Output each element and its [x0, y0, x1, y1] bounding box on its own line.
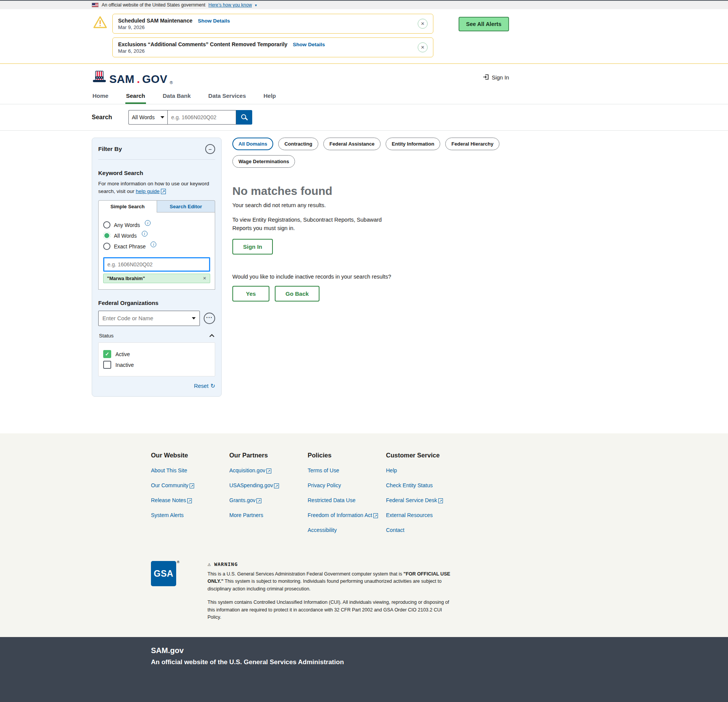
- domain-pill-federal-assistance[interactable]: Federal Assistance: [323, 138, 381, 150]
- any-words-label: Any Words: [114, 222, 140, 228]
- active-checkbox-row[interactable]: ✓ Active: [103, 350, 210, 358]
- footer-link-foia[interactable]: Freedom of Information Act↗: [308, 512, 386, 518]
- help-guide-link[interactable]: help guide: [136, 188, 159, 194]
- reset-filters-link[interactable]: Reset↻: [194, 383, 215, 389]
- footer-link-usaspending-gov[interactable]: USASpending.gov↗: [229, 482, 308, 488]
- header-sign-in[interactable]: Sign In: [483, 74, 509, 81]
- federal-organizations-select[interactable]: Enter Code or Name: [98, 311, 200, 326]
- footer-col-our-partners: Our Partners Acquisition.gov↗ USASpendin…: [229, 452, 308, 542]
- info-icon[interactable]: i: [142, 231, 148, 237]
- footer-site-subtitle: An official website of the U.S. General …: [151, 658, 728, 666]
- status-section-toggle[interactable]: Status: [98, 333, 215, 339]
- alert-show-details-link[interactable]: Show Details: [198, 18, 230, 24]
- footer-link-privacy-policy[interactable]: Privacy Policy: [308, 482, 386, 488]
- nav-item-search[interactable]: Search: [125, 89, 146, 104]
- top-search-input[interactable]: [167, 110, 236, 125]
- nav-item-home[interactable]: Home: [92, 89, 109, 104]
- go-back-button[interactable]: Go Back: [275, 286, 319, 302]
- inactive-checkbox-row[interactable]: Inactive: [103, 361, 210, 369]
- see-all-alerts-button[interactable]: See All Alerts: [459, 17, 509, 31]
- footer-link-grants-gov[interactable]: Grants.gov↗: [229, 497, 308, 503]
- domain-pill-wage-determinations[interactable]: Wage Determinations: [232, 155, 295, 168]
- footer-link-accessibility[interactable]: Accessibility: [308, 527, 386, 533]
- warning-paragraph-2: This system contains Controlled Unclassi…: [208, 599, 455, 621]
- footer-link-our-community[interactable]: Our Community↗: [151, 482, 229, 488]
- external-link-icon: ↗: [373, 513, 378, 518]
- collapse-filters-button[interactable]: −: [205, 144, 215, 154]
- exact-phrase-radio[interactable]: [103, 243, 110, 250]
- chip-remove-button[interactable]: ✕: [203, 276, 206, 281]
- alert-date: Mar 9, 2026: [118, 24, 418, 30]
- search-mode-select[interactable]: All Words: [128, 110, 167, 125]
- external-link-icon: ↗: [187, 498, 192, 503]
- domain-pill-entity-information[interactable]: Entity Information: [386, 138, 440, 150]
- keyword-help-text: For more information on how to use our k…: [98, 180, 215, 195]
- no-matches-title: No matches found: [232, 185, 509, 198]
- footer-link-label: Acquisition.gov: [229, 467, 265, 473]
- tab-simple-search[interactable]: Simple Search: [98, 200, 157, 212]
- footer-heading: Policies: [308, 452, 386, 459]
- gsa-logo-text: GSA: [154, 569, 173, 579]
- footer-link-federal-service-desk[interactable]: Federal Service Desk↗: [386, 497, 464, 503]
- warning-triangle-icon: [93, 16, 107, 29]
- nav-item-help[interactable]: Help: [263, 89, 277, 104]
- alert-content: Exclusions “Additional Comments” Content…: [118, 41, 418, 54]
- external-link-icon: ↗: [256, 498, 261, 503]
- footer-link-acquisition-gov[interactable]: Acquisition.gov↗: [229, 467, 308, 473]
- domain-pill-contracting[interactable]: Contracting: [278, 138, 318, 150]
- alert-show-details-link[interactable]: Show Details: [293, 42, 325, 47]
- domain-pill-all-domains[interactable]: All Domains: [232, 138, 273, 150]
- footer-link-restricted-data-use[interactable]: Restricted Data Use: [308, 497, 386, 503]
- nav-item-data-services[interactable]: Data Services: [208, 89, 246, 104]
- no-matches-subtitle: Your search did not return any results.: [232, 202, 509, 208]
- footer-link-label: Our Community: [151, 482, 188, 488]
- warning-title: ⚠ WARNING: [208, 561, 455, 567]
- check-icon: ✓: [105, 351, 109, 357]
- alert-card: Scheduled SAM Maintenance Show Details M…: [112, 14, 433, 34]
- alert-close-button[interactable]: ✕: [418, 19, 428, 29]
- footer-link-help[interactable]: Help: [386, 467, 464, 473]
- footer-link-release-notes[interactable]: Release Notes↗: [151, 497, 229, 503]
- alert-close-button[interactable]: ✕: [418, 42, 428, 52]
- us-flag-icon: [92, 3, 99, 7]
- footer-link-system-alerts[interactable]: System Alerts: [151, 512, 229, 518]
- keyword-input[interactable]: [103, 257, 210, 272]
- registered-mark: ®: [170, 80, 173, 85]
- footer-link-about-this-site[interactable]: About This Site: [151, 467, 229, 473]
- nav-item-data-bank[interactable]: Data Bank: [162, 89, 191, 104]
- reset-label: Reset: [194, 383, 209, 389]
- minus-icon: −: [209, 146, 212, 152]
- results-sign-in-button[interactable]: Sign In: [232, 239, 273, 255]
- all-words-label: All Words: [114, 233, 137, 239]
- all-words-radio[interactable]: [103, 232, 110, 239]
- gsa-logo: GSA ®: [151, 561, 176, 586]
- simple-search-panel: Any Words i All Words i Exact Phrase i: [98, 212, 215, 290]
- footer-dark: SAM.gov An official website of the U.S. …: [0, 637, 728, 702]
- tab-search-editor[interactable]: Search Editor: [157, 200, 216, 212]
- domain-pill-federal-hierarchy[interactable]: Federal Hierarchy: [445, 138, 499, 150]
- how-you-know-link[interactable]: Here’s how you know: [208, 2, 252, 8]
- gov-banner: An official website of the United States…: [0, 1, 728, 9]
- close-icon: ✕: [203, 276, 206, 280]
- inactive-checkbox[interactable]: [103, 361, 111, 369]
- alert-title: Scheduled SAM Maintenance: [118, 18, 192, 24]
- footer-link-label: Freedom of Information Act: [308, 512, 372, 518]
- yes-button[interactable]: Yes: [232, 286, 269, 302]
- sign-in-icon: [483, 74, 489, 81]
- active-checkbox[interactable]: ✓: [103, 350, 111, 358]
- any-words-radio[interactable]: [103, 221, 110, 229]
- footer-site-name: SAM.gov: [151, 646, 728, 655]
- search-submit-button[interactable]: [236, 110, 252, 125]
- info-icon[interactable]: i: [145, 220, 151, 226]
- more-options-button[interactable]: ···: [204, 313, 215, 324]
- footer-link-check-entity-status[interactable]: Check Entity Status: [386, 482, 464, 488]
- footer-link-external-resources[interactable]: External Resources: [386, 512, 464, 518]
- footer-link-more-partners[interactable]: More Partners: [229, 512, 308, 518]
- filter-title: Filter By: [98, 146, 122, 152]
- footer-link-contact[interactable]: Contact: [386, 527, 464, 533]
- info-icon[interactable]: i: [151, 242, 156, 247]
- refresh-icon: ↻: [210, 383, 215, 389]
- federal-organizations-row: Enter Code or Name ···: [98, 311, 215, 326]
- footer-link-terms-of-use[interactable]: Terms of Use: [308, 467, 386, 473]
- sam-gov-logo[interactable]: SAM.GOV®: [92, 70, 173, 85]
